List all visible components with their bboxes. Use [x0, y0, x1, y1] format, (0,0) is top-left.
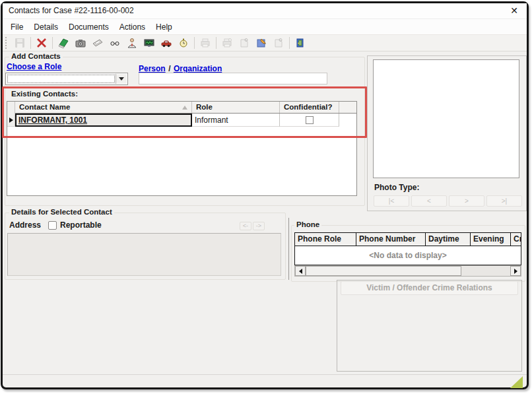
column-header-daytime[interactable]: Daytime	[426, 233, 471, 246]
printer-note-icon[interactable]	[218, 36, 236, 50]
monitor-waveform-icon[interactable]	[141, 36, 158, 50]
victim-offender-crime-relations-button[interactable]: Victim / Offender Crime Relations	[341, 281, 518, 295]
menu-documents[interactable]: Documents	[63, 20, 114, 34]
toolbar-separator	[289, 37, 290, 49]
combobox-dropdown-button[interactable]	[116, 74, 127, 84]
toolbar-separator	[30, 37, 31, 49]
contacts-for-case-window: Contacts for Case #22-1116-00-002 ✕ File…	[0, 0, 532, 398]
menu-actions[interactable]: Actions	[114, 20, 150, 34]
address-next-button[interactable]: ->	[253, 222, 265, 230]
photo-type-label: Photo Type:	[374, 183, 419, 192]
combobox-focus-rect	[7, 75, 115, 83]
resize-grip[interactable]	[510, 376, 523, 388]
photo-next-button[interactable]: >	[449, 195, 484, 207]
contact-name-input[interactable]	[139, 73, 327, 84]
menu-help[interactable]: Help	[150, 20, 178, 34]
menu-bar: File Details Documents Actions Help	[3, 19, 527, 34]
person-org-separator: /	[168, 64, 170, 73]
phone-section-label: Phone	[294, 220, 321, 228]
scroll-left-icon	[299, 269, 302, 274]
printer-icon[interactable]	[197, 36, 214, 50]
window-title: Contacts for Case #22-1116-00-002	[9, 6, 134, 15]
exit-door-icon[interactable]	[292, 36, 309, 50]
reportable-label: Reportable	[60, 220, 102, 230]
menu-file[interactable]: File	[5, 20, 28, 34]
toolbar	[3, 34, 527, 51]
phone-header-row: Phone Role Phone Number Daytime Evening …	[295, 233, 521, 246]
scrollbar-thumb[interactable]	[306, 266, 461, 276]
scroll-left-button[interactable]	[295, 266, 306, 276]
address-display-panel	[7, 233, 281, 276]
delete-icon[interactable]	[33, 36, 50, 50]
close-icon[interactable]: ✕	[506, 5, 523, 17]
toolbar-separator	[52, 37, 53, 49]
chevron-down-icon	[119, 77, 124, 81]
add-contacts-label: Add Contacts	[9, 52, 63, 60]
photo-last-button[interactable]: >|	[486, 195, 522, 207]
details-phone-divider	[288, 218, 289, 280]
toolbar-grip[interactable]	[5, 37, 9, 49]
attach-note-2-icon[interactable]	[270, 36, 287, 50]
column-header-created-truncated[interactable]: Cre	[511, 233, 521, 246]
annotation-rectangle	[2, 86, 367, 138]
photo-first-button[interactable]: |<	[374, 195, 409, 207]
pocket-watch-icon[interactable]	[175, 36, 192, 50]
details-section-label: Details for Selected Contact	[9, 208, 114, 216]
scroll-right-icon	[514, 269, 517, 274]
glasses-icon[interactable]	[106, 36, 123, 50]
attach-note-icon[interactable]	[236, 36, 253, 50]
phone-grid: Phone Role Phone Number Daytime Evening …	[294, 232, 521, 265]
statusbar-divider	[3, 374, 527, 375]
toolbar-separator	[194, 37, 195, 49]
menu-details[interactable]: Details	[28, 20, 63, 34]
edit-note-icon[interactable]	[253, 36, 270, 50]
role-combobox[interactable]	[5, 73, 128, 85]
photo-display-box	[373, 59, 519, 178]
reportable-checkbox[interactable]	[48, 221, 57, 230]
contact-book-icon[interactable]	[55, 36, 72, 50]
scanner-icon[interactable]	[89, 36, 106, 50]
organization-link[interactable]: Organization	[174, 64, 222, 73]
save-icon[interactable]	[11, 36, 28, 50]
phone-horizontal-scrollbar[interactable]	[294, 265, 521, 277]
camera-icon[interactable]	[72, 36, 89, 50]
choose-a-role-link[interactable]: Choose a Role	[7, 62, 61, 71]
address-previous-button[interactable]: <-	[240, 222, 251, 230]
column-header-phone-role[interactable]: Phone Role	[295, 233, 356, 246]
phone-empty-message: <No data to display>	[295, 246, 521, 265]
toolbar-separator	[216, 37, 216, 49]
scroll-right-button[interactable]	[510, 266, 521, 276]
person-link[interactable]: Person	[139, 64, 166, 73]
column-header-evening[interactable]: Evening	[471, 233, 511, 246]
photo-previous-button[interactable]: <	[411, 195, 447, 207]
person-id-icon[interactable]	[123, 36, 141, 50]
vehicle-icon[interactable]	[158, 36, 175, 50]
address-label: Address	[9, 220, 41, 230]
column-header-phone-number[interactable]: Phone Number	[356, 233, 426, 246]
